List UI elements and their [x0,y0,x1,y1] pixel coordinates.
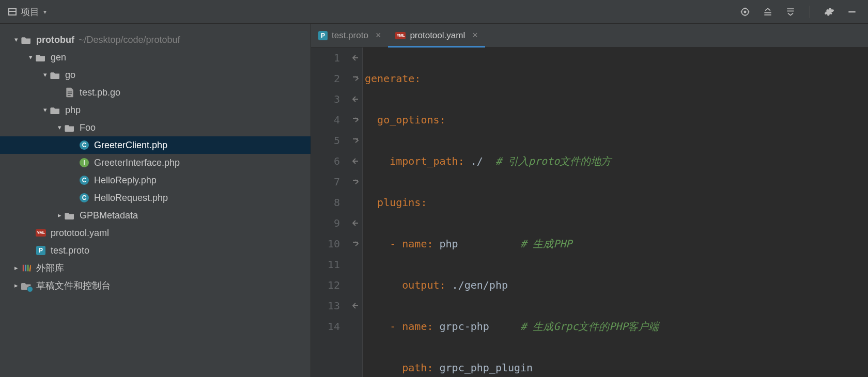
go-file-icon [64,87,75,98]
chevron-down-icon[interactable]: ▾ [26,49,35,66]
tree-file-test-proto[interactable]: P test.proto [0,242,311,259]
chevron-down-icon[interactable]: ▾ [11,31,21,49]
php-class-icon: C [79,192,90,203]
close-icon[interactable]: × [469,30,478,41]
tree-external-libraries[interactable]: ▸ 外部库 [0,259,311,277]
project-dropdown[interactable]: 项目 ▾ [5,6,50,18]
tree-item-label: HelloReply.php [94,171,157,189]
chevron-down-icon[interactable]: ▾ [40,66,50,84]
svg-rect-7 [27,265,29,272]
project-label: 项目 [21,6,39,18]
svg-point-1 [744,11,746,12]
tree-item-label: test.pb.go [80,84,120,101]
tree-folder-go[interactable]: ▾ go [0,66,311,84]
tree-item-label: 外部库 [36,259,64,277]
tree-item-label: GreeterInterface.php [94,154,180,171]
tab-prototool[interactable]: YML prototool.yaml × [388,24,485,47]
code-editor[interactable]: 1 2 3 4 5 6 7 8 9 10 11 12 13 14 [311,48,868,377]
php-class-icon: C [79,175,90,186]
fold-open-icon[interactable] [348,130,362,151]
tree-folder-gen[interactable]: ▾ gen [0,49,311,66]
code-content[interactable]: generate: go_options: import_path: ./ # … [363,48,868,377]
tree-folder-php[interactable]: ▾ php [0,101,311,119]
folder-icon [64,122,75,133]
fold-close-icon[interactable] [348,295,362,316]
tab-label: test.proto [332,30,368,41]
tree-item-label: GreeterClient.php [94,136,167,154]
fold-open-icon[interactable] [348,233,362,254]
php-interface-icon: I [79,157,90,168]
fold-close-icon[interactable] [348,151,362,171]
svg-rect-5 [23,265,24,272]
svg-rect-6 [25,265,26,272]
chevron-right-icon[interactable]: ▸ [11,277,21,294]
tree-file-greeter-client[interactable]: C GreeterClient.php [0,136,311,154]
collapse-all-icon[interactable] [785,6,796,18]
chevron-right-icon[interactable]: ▸ [55,207,64,224]
tree-item-label: protobuf [36,31,74,49]
tree-folder-foo[interactable]: ▾ Foo [0,119,311,136]
svg-rect-4 [68,95,71,96]
tree-item-label: GPBMetadata [80,207,138,224]
tree-item-label: prototool.yaml [51,224,109,242]
tree-scratches[interactable]: ▸ 草稿文件和控制台 [0,277,311,294]
tree-item-label: gen [51,49,66,66]
fold-open-icon[interactable] [348,109,362,130]
folder-icon [21,34,32,45]
locate-icon[interactable] [739,6,751,18]
yaml-file-icon: YML [35,227,47,239]
scratches-icon [21,280,32,291]
fold-close-icon[interactable] [348,213,362,233]
php-class-icon: C [79,139,90,151]
tab-test-proto[interactable]: P test.proto × [311,24,388,47]
project-tree-panel: ▾ protobuf ~/Desktop/code/protobuf ▾ gen… [0,24,311,377]
external-libraries-icon [21,262,32,274]
tree-file-hello-request[interactable]: C HelloRequest.php [0,189,311,207]
folder-icon [50,104,61,116]
folder-icon [50,69,61,81]
svg-rect-8 [29,265,31,272]
yaml-file-icon: YML [395,32,406,39]
line-number-gutter: 1 2 3 4 5 6 7 8 9 10 11 12 13 14 [311,48,348,377]
tree-file-greeter-interface[interactable]: I GreeterInterface.php [0,154,311,171]
folder-icon [35,52,47,63]
chevron-right-icon[interactable]: ▸ [11,259,21,277]
tree-file-test-pb-go[interactable]: test.pb.go [0,84,311,101]
editor-tabs: P test.proto × YML prototool.yaml × [311,24,868,48]
tree-item-label: HelloRequest.php [94,189,168,207]
tab-label: prototool.yaml [410,30,465,41]
tree-folder-gpbmetadata[interactable]: ▸ GPBMetadata [0,207,311,224]
project-pane-icon [8,8,17,15]
chevron-down-icon[interactable]: ▾ [40,101,50,119]
editor-area: P test.proto × YML prototool.yaml × 1 2 … [311,24,868,377]
tree-item-label: php [65,101,81,119]
chevron-down-icon: ▾ [43,8,47,15]
fold-close-icon[interactable] [348,89,362,109]
tree-item-label: Foo [80,119,96,136]
chevron-down-icon[interactable]: ▾ [55,119,64,136]
svg-rect-3 [68,93,72,94]
hide-icon[interactable] [846,6,858,18]
tree-item-label: test.proto [51,242,89,259]
fold-gutter [348,48,363,377]
fold-open-icon[interactable] [348,171,362,192]
fold-open-icon[interactable] [348,48,362,68]
folder-icon [64,210,75,221]
proto-file-icon: P [35,245,47,256]
tree-root[interactable]: ▾ protobuf ~/Desktop/code/protobuf [0,31,311,49]
project-tree[interactable]: ▾ protobuf ~/Desktop/code/protobuf ▾ gen… [0,24,311,377]
fold-open-icon[interactable] [348,68,362,89]
tree-item-path: ~/Desktop/code/protobuf [79,31,180,49]
close-icon[interactable]: × [373,30,381,41]
project-toolbar: 项目 ▾ [0,0,868,24]
expand-all-icon[interactable] [762,6,773,18]
gear-icon[interactable] [824,6,835,18]
svg-rect-2 [68,91,72,92]
tree-item-label: 草稿文件和控制台 [36,277,111,294]
tree-file-prototool[interactable]: YML prototool.yaml [0,224,311,242]
tree-item-label: go [65,66,75,84]
tree-file-hello-reply[interactable]: C HelloReply.php [0,171,311,189]
proto-file-icon: P [318,31,328,40]
